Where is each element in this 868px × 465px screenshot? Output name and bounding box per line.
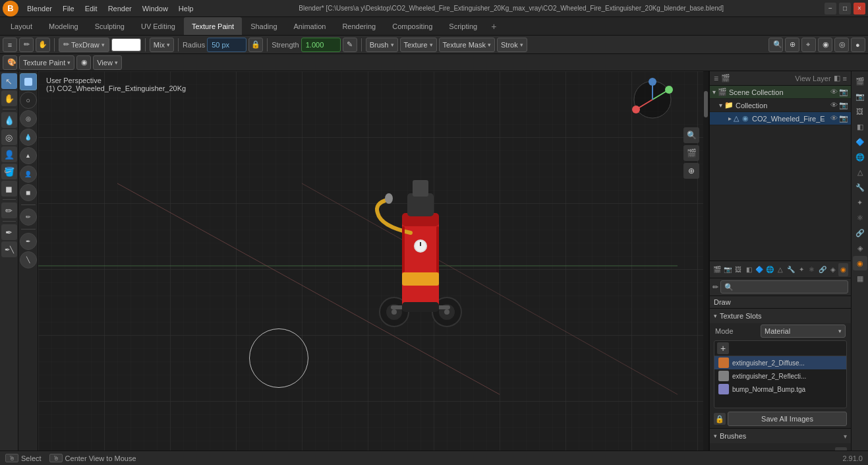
- prop-tab-physics[interactable]: ⚛: [807, 263, 817, 276]
- coll-visibility-icon[interactable]: 👁: [830, 101, 838, 109]
- brush-search-input[interactable]: 🔍: [720, 280, 848, 294]
- tool-annotation-line[interactable]: ✒╲: [1, 241, 17, 257]
- prop-tab-object[interactable]: △: [776, 263, 786, 276]
- slot-reflecti[interactable]: extinguisher_2_Reflecti...: [714, 369, 846, 383]
- brush-annotation[interactable]: ✒: [20, 233, 37, 250]
- tool-annotation[interactable]: ✒: [1, 224, 17, 240]
- brush-annotation-line[interactable]: ╲: [20, 251, 37, 268]
- strip-constraints[interactable]: 🔗: [853, 226, 867, 240]
- coll-render-icon[interactable]: 📷: [839, 101, 848, 109]
- strip-scene[interactable]: 🎬: [853, 74, 867, 88]
- obj-visibility-icon[interactable]: 👁: [830, 114, 838, 123]
- close-button[interactable]: ×: [854, 3, 865, 15]
- toolbar-mode-icon[interactable]: ≡: [3, 38, 17, 52]
- strip-material[interactable]: ◉: [853, 256, 867, 270]
- strength-edit[interactable]: ✎: [343, 38, 357, 52]
- prop-tab-view-layer[interactable]: ◧: [744, 263, 754, 276]
- scene-visibility-icon[interactable]: 👁: [830, 88, 838, 96]
- brushes-header[interactable]: ▾ Brushes ▾: [710, 429, 851, 443]
- brush-shape-circle[interactable]: ○: [20, 92, 37, 109]
- strip-object[interactable]: △: [853, 165, 867, 179]
- prop-tab-scene[interactable]: 🎬: [712, 263, 722, 276]
- prop-tab-constraints[interactable]: 🔗: [817, 263, 827, 276]
- radius-lock[interactable]: 🔒: [248, 38, 263, 52]
- prop-tab-material[interactable]: ◉: [838, 263, 848, 276]
- strip-scene-props[interactable]: 🔷: [853, 135, 867, 149]
- menu-help[interactable]: Help: [174, 3, 198, 14]
- brushes-options-icon[interactable]: ▾: [844, 433, 847, 440]
- tab-rendering[interactable]: Rendering: [334, 17, 384, 35]
- scene-search[interactable]: 🔍: [768, 38, 783, 52]
- add-slot-button[interactable]: +: [717, 342, 729, 354]
- brush-dropdown[interactable]: Brush ▾: [366, 38, 398, 52]
- radius-input[interactable]: 50 px: [207, 38, 246, 52]
- slot-normal[interactable]: bump_Normal_Bump.tga: [714, 383, 846, 396]
- tool-blur[interactable]: ◎: [1, 129, 17, 145]
- strip-render[interactable]: 📷: [853, 89, 867, 104]
- prop-tab-output[interactable]: 🖼: [734, 263, 743, 276]
- tab-scripting[interactable]: Scripting: [441, 17, 485, 35]
- brush-shape-smear[interactable]: 👤: [20, 166, 37, 183]
- secondary-icon-btn[interactable]: ◉: [76, 55, 91, 70]
- shading-material[interactable]: ◎: [834, 38, 849, 52]
- outliner-scene-collection[interactable]: ▾ 🎬 Scene Collection 👁 📷: [710, 86, 851, 99]
- prop-tab-world[interactable]: 🌐: [765, 263, 775, 276]
- shading-rendered[interactable]: ●: [851, 38, 865, 52]
- texture-mask-dropdown[interactable]: Texture Mask ▾: [439, 38, 495, 52]
- brush-pen-1[interactable]: ✏: [20, 208, 37, 226]
- brush-shape-drop[interactable]: 💧: [20, 129, 37, 146]
- brush-shape-active[interactable]: [20, 73, 37, 90]
- tool-grab[interactable]: ✋: [1, 90, 17, 106]
- tab-shading[interactable]: Shading: [243, 17, 285, 35]
- tool-fill[interactable]: 🪣: [1, 164, 17, 179]
- toolbar-hand-icon[interactable]: ✋: [36, 38, 50, 52]
- texture-slots-header[interactable]: ▾ Texture Slots: [710, 309, 851, 323]
- zoom-in-button[interactable]: 🔍: [683, 127, 699, 143]
- tab-layout[interactable]: Layout: [3, 17, 40, 35]
- save-lock-icon[interactable]: 🔒: [714, 413, 726, 425]
- strip-particles[interactable]: ✦: [853, 195, 867, 210]
- strip-data[interactable]: ◈: [853, 241, 867, 255]
- slot-diffuse[interactable]: extinguisher_2_Diffuse...: [714, 356, 846, 369]
- overlay-toggle[interactable]: ⊕: [785, 38, 799, 52]
- brush-shape-soft[interactable]: ◎: [20, 110, 37, 127]
- tab-animation[interactable]: Animation: [286, 17, 334, 35]
- gizmo-toggle[interactable]: ⌖: [801, 38, 816, 52]
- expand-brush-button[interactable]: ⊞: [835, 447, 847, 450]
- strength-input[interactable]: 1.000: [301, 38, 341, 52]
- tab-compositing[interactable]: Compositing: [384, 17, 440, 35]
- scene-render-icon[interactable]: 📷: [839, 88, 848, 96]
- mode-dropdown[interactable]: Material ▾: [761, 325, 846, 338]
- prop-tab-particles[interactable]: ✦: [796, 263, 806, 276]
- prop-tab-data[interactable]: ◈: [828, 263, 838, 276]
- outliner-object[interactable]: ▸ △ ◉ CO2_Wheeled_Fire_E 👁 📷: [710, 112, 851, 125]
- tool-paint-drop[interactable]: 💧: [1, 112, 17, 128]
- strip-texture[interactable]: ▦: [853, 271, 867, 286]
- minimize-button[interactable]: −: [825, 3, 836, 15]
- 3d-viewport[interactable]: User Perspective (1) CO2_Wheeled_Fire_Ex…: [38, 71, 709, 450]
- save-all-images-button[interactable]: Save All Images: [728, 412, 847, 426]
- tool-brush-custom[interactable]: ✏: [1, 202, 17, 218]
- color-swatch[interactable]: [111, 38, 141, 51]
- toolbar-brush-icon[interactable]: ✏: [19, 38, 34, 52]
- camera-button[interactable]: 🎬: [683, 145, 699, 161]
- paint-mode-icon[interactable]: 🎨: [3, 55, 17, 70]
- strip-physics[interactable]: ⚛: [853, 210, 867, 225]
- menu-file[interactable]: File: [58, 3, 79, 14]
- shading-solid[interactable]: ◉: [818, 38, 832, 52]
- outliner-collection[interactable]: ▾ 📁 Collection 👁 📷: [710, 99, 851, 112]
- tool-clone[interactable]: 👤: [1, 146, 17, 162]
- tab-uv-editing[interactable]: UV Editing: [133, 17, 183, 35]
- obj-render-icon[interactable]: 📷: [839, 114, 848, 123]
- strip-world[interactable]: 🌐: [853, 150, 867, 164]
- menu-render[interactable]: Render: [103, 3, 136, 14]
- tool-mask[interactable]: ◼: [1, 181, 17, 197]
- strip-modifier[interactable]: 🔧: [853, 180, 867, 195]
- add-workspace-button[interactable]: +: [486, 17, 502, 35]
- stroke-dropdown[interactable]: Strok ▾: [497, 38, 527, 52]
- texture-paint-mode-dropdown[interactable]: Texture Paint ▾: [19, 55, 74, 70]
- view-dropdown[interactable]: View ▾: [93, 55, 122, 70]
- prop-tab-render[interactable]: 📷: [723, 263, 733, 276]
- menu-edit[interactable]: Edit: [80, 3, 102, 14]
- texdraw-button[interactable]: ✏ TexDraw ▾: [59, 38, 109, 52]
